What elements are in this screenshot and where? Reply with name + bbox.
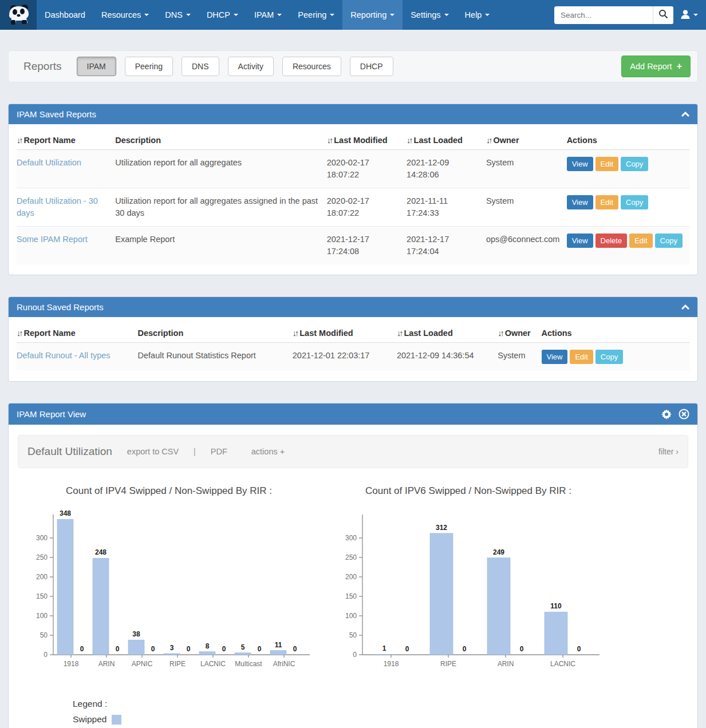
tab-ipam[interactable]: IPAM xyxy=(77,57,116,76)
sort-icon: ↓↑ xyxy=(498,329,503,338)
close-icon[interactable] xyxy=(679,409,689,420)
svg-text:0: 0 xyxy=(520,645,524,653)
chevron-down-icon xyxy=(390,14,395,16)
panda-logo-icon xyxy=(6,3,31,27)
column-header-last-loaded[interactable]: ↓↑Last Loaded xyxy=(397,322,498,343)
column-label: Last Loaded xyxy=(414,136,463,145)
svg-text:0: 0 xyxy=(116,645,120,653)
report-name-link[interactable]: Default Utilization xyxy=(17,158,81,167)
tab-resources[interactable]: Resources xyxy=(282,57,341,76)
user-menu[interactable] xyxy=(680,9,698,21)
runout-saved-reports-header: Runout Saved Reports xyxy=(9,297,697,317)
nav-item-dashboard[interactable]: Dashboard xyxy=(37,0,93,30)
search-button[interactable] xyxy=(653,6,673,24)
nav-item-peering[interactable]: Peering xyxy=(290,0,342,30)
cell-description: Example Report xyxy=(115,227,326,265)
copy-button[interactable]: Copy xyxy=(621,195,648,209)
nav-item-ipam[interactable]: IPAM xyxy=(246,0,290,30)
report-name-link[interactable]: Some IPAM Report xyxy=(17,235,88,244)
copy-button[interactable]: Copy xyxy=(655,234,683,248)
svg-text:APNIC: APNIC xyxy=(132,660,153,668)
sort-icon: ↓↑ xyxy=(327,136,332,145)
view-button[interactable]: View xyxy=(542,350,568,364)
svg-text:RIPE: RIPE xyxy=(440,660,456,668)
top-navbar: DashboardResourcesDNSDHCPIPAMPeeringRepo… xyxy=(0,0,706,30)
column-header-last-modified[interactable]: ↓↑Last Modified xyxy=(327,129,407,150)
export-csv-link[interactable]: export to CSV xyxy=(127,447,179,456)
column-header-report-name[interactable]: ↓↑Report Name xyxy=(17,322,138,343)
delete-button[interactable]: Delete xyxy=(595,234,628,248)
ipv4-chart-title: Count of IPV4 Swipped / Non-Swipped By R… xyxy=(26,485,312,497)
chevron-down-icon xyxy=(330,14,334,16)
actions-menu[interactable]: actions + xyxy=(251,447,285,456)
collapse-icon[interactable] xyxy=(681,112,689,117)
collapse-icon[interactable] xyxy=(681,304,689,310)
search-group xyxy=(554,6,673,24)
tab-peering[interactable]: Peering xyxy=(125,57,173,76)
nav-item-dns[interactable]: DNS xyxy=(157,0,199,30)
panel-title: IPAM Report View xyxy=(17,409,86,419)
view-button[interactable]: View xyxy=(567,234,593,248)
nav-item-reporting[interactable]: Reporting xyxy=(342,0,403,30)
copy-button[interactable]: Copy xyxy=(621,157,648,171)
svg-text:300: 300 xyxy=(345,534,357,542)
svg-text:0: 0 xyxy=(258,645,262,653)
svg-text:AfriNIC: AfriNIC xyxy=(273,660,295,668)
edit-button[interactable]: Edit xyxy=(595,157,618,171)
nav-item-label: Help xyxy=(465,10,482,19)
filter-toggle[interactable]: filter › xyxy=(658,447,679,456)
svg-text:0: 0 xyxy=(187,645,191,653)
svg-text:0: 0 xyxy=(222,645,226,653)
column-header-owner[interactable]: ↓↑Owner xyxy=(486,129,567,150)
nav-item-label: Resources xyxy=(101,10,141,19)
tab-dns[interactable]: DNS xyxy=(182,57,219,76)
svg-text:0: 0 xyxy=(463,645,467,653)
charts-area: Count of IPV4 Swipped / Non-Swipped By R… xyxy=(18,485,688,679)
search-input[interactable] xyxy=(554,6,653,24)
reports-toolbar: Reports IPAMPeeringDNSActivityResourcesD… xyxy=(8,50,698,82)
column-header-last-modified[interactable]: ↓↑Last Modified xyxy=(293,322,397,343)
nav-item-label: DHCP xyxy=(207,10,230,19)
tab-dhcp[interactable]: DHCP xyxy=(350,57,393,76)
edit-button[interactable]: Edit xyxy=(570,350,593,364)
table-row: Default Runout - All typesDefault Runout… xyxy=(17,343,689,371)
column-header-report-name[interactable]: ↓↑Report Name xyxy=(17,129,115,150)
sort-icon: ↓↑ xyxy=(397,329,402,338)
cell-owner: System xyxy=(486,150,567,188)
column-header-last-loaded[interactable]: ↓↑Last Loaded xyxy=(407,129,486,150)
cell-last-modified: 2021-12-17 17:24:08 xyxy=(327,227,407,265)
gear-icon[interactable] xyxy=(661,409,672,420)
export-pdf-link[interactable]: PDF xyxy=(211,447,227,456)
column-label: Description xyxy=(138,329,184,338)
report-name-link[interactable]: Default Utilization - 30 days xyxy=(17,196,98,217)
nav-item-label: IPAM xyxy=(254,10,274,19)
column-label: Owner xyxy=(493,136,519,145)
nav-item-settings[interactable]: Settings xyxy=(403,0,456,30)
tab-activity[interactable]: Activity xyxy=(228,57,274,76)
cell-description: Utilization report for all aggregates as… xyxy=(115,188,326,227)
edit-button[interactable]: Edit xyxy=(595,195,618,209)
svg-text:0: 0 xyxy=(405,645,409,653)
cell-actions: ViewEditCopy xyxy=(567,150,689,188)
column-header-description: Description xyxy=(138,322,293,343)
nav-item-dhcp[interactable]: DHCP xyxy=(199,0,246,30)
user-caret-icon xyxy=(693,14,698,16)
report-name-link[interactable]: Default Runout - All types xyxy=(17,351,111,360)
chevron-down-icon xyxy=(277,14,282,16)
view-button[interactable]: View xyxy=(567,195,593,209)
svg-text:150: 150 xyxy=(345,592,357,600)
svg-text:312: 312 xyxy=(436,524,447,532)
column-header-owner[interactable]: ↓↑Owner xyxy=(498,322,541,343)
chevron-down-icon xyxy=(234,14,238,16)
add-report-button[interactable]: Add Report + xyxy=(621,56,691,77)
cell-last-modified: 2020-02-17 18:07:22 xyxy=(327,150,407,188)
nav-item-help[interactable]: Help xyxy=(457,0,498,30)
nav-item-resources[interactable]: Resources xyxy=(93,0,157,30)
bar-chart-svg: 050100150200250300348019182480ARIN380APN… xyxy=(26,506,312,678)
edit-button[interactable]: Edit xyxy=(629,234,652,248)
copy-button[interactable]: Copy xyxy=(595,350,623,364)
legend-label: Swipped xyxy=(73,714,107,725)
svg-text:8: 8 xyxy=(206,642,210,650)
app-logo[interactable] xyxy=(0,0,37,30)
view-button[interactable]: View xyxy=(567,157,593,171)
